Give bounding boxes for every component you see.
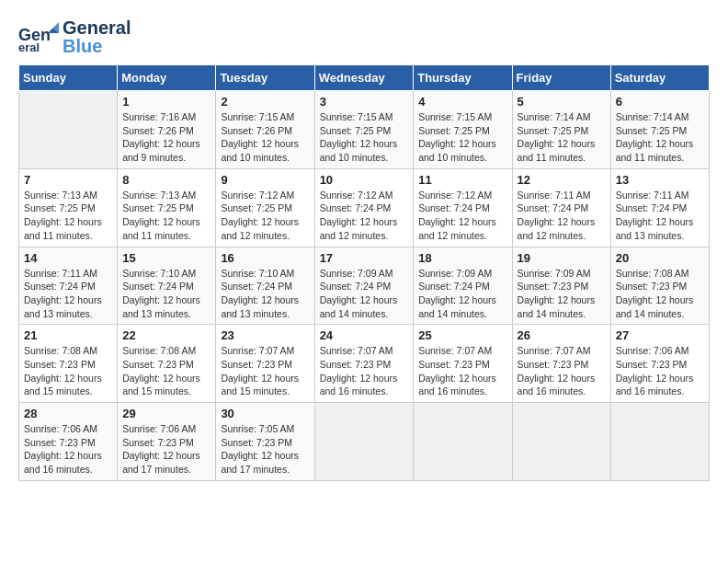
day-cell: 26 Sunrise: 7:07 AM Sunset: 7:23 PM Dayl…	[512, 325, 610, 403]
day-cell: 22 Sunrise: 7:08 AM Sunset: 7:23 PM Dayl…	[118, 325, 216, 403]
day-info: Sunrise: 7:14 AM Sunset: 7:25 PM Dayligh…	[616, 110, 704, 165]
day-cell	[19, 91, 118, 169]
header-row: SundayMondayTuesdayWednesdayThursdayFrid…	[19, 65, 710, 91]
day-info: Sunrise: 7:11 AM Sunset: 7:24 PM Dayligh…	[616, 189, 704, 243]
day-info: Sunrise: 7:07 AM Sunset: 7:23 PM Dayligh…	[221, 344, 309, 398]
day-cell: 24 Sunrise: 7:07 AM Sunset: 7:23 PM Dayl…	[314, 325, 414, 403]
day-cell: 5 Sunrise: 7:14 AM Sunset: 7:25 PM Dayli…	[512, 91, 610, 169]
day-info: Sunrise: 7:08 AM Sunset: 7:23 PM Dayligh…	[24, 344, 112, 398]
day-number: 27	[616, 328, 704, 342]
day-number: 24	[320, 328, 409, 342]
logo: Gen eral General Blue	[18, 18, 131, 55]
day-info: Sunrise: 7:12 AM Sunset: 7:25 PM Dayligh…	[221, 189, 309, 243]
header: Gen eral General Blue	[18, 18, 710, 55]
week-row-1: 1 Sunrise: 7:16 AM Sunset: 7:26 PM Dayli…	[19, 91, 710, 169]
calendar-body: 1 Sunrise: 7:16 AM Sunset: 7:26 PM Dayli…	[19, 91, 710, 481]
day-info: Sunrise: 7:11 AM Sunset: 7:24 PM Dayligh…	[24, 267, 112, 321]
day-number: 10	[320, 173, 409, 187]
day-cell	[610, 403, 709, 481]
header-day-wednesday: Wednesday	[314, 65, 414, 91]
day-number: 22	[122, 328, 210, 342]
logo-general: General	[63, 18, 131, 37]
day-number: 26	[518, 328, 606, 342]
day-number: 5	[518, 95, 606, 109]
day-number: 23	[221, 328, 309, 342]
day-info: Sunrise: 7:15 AM Sunset: 7:25 PM Dayligh…	[320, 110, 409, 165]
day-info: Sunrise: 7:12 AM Sunset: 7:24 PM Dayligh…	[418, 189, 506, 243]
day-info: Sunrise: 7:14 AM Sunset: 7:25 PM Dayligh…	[518, 110, 606, 165]
week-row-5: 28 Sunrise: 7:06 AM Sunset: 7:23 PM Dayl…	[19, 403, 710, 481]
day-cell: 19 Sunrise: 7:09 AM Sunset: 7:23 PM Dayl…	[512, 247, 610, 325]
day-number: 11	[418, 173, 506, 187]
day-info: Sunrise: 7:06 AM Sunset: 7:23 PM Dayligh…	[24, 422, 112, 477]
header-day-friday: Friday	[512, 65, 610, 91]
day-number: 2	[221, 95, 309, 109]
day-cell: 4 Sunrise: 7:15 AM Sunset: 7:25 PM Dayli…	[414, 91, 512, 169]
day-cell: 17 Sunrise: 7:09 AM Sunset: 7:24 PM Dayl…	[314, 247, 414, 325]
day-number: 8	[122, 173, 210, 187]
day-cell: 29 Sunrise: 7:06 AM Sunset: 7:23 PM Dayl…	[118, 403, 216, 481]
day-cell: 21 Sunrise: 7:08 AM Sunset: 7:23 PM Dayl…	[19, 325, 118, 403]
day-info: Sunrise: 7:11 AM Sunset: 7:24 PM Dayligh…	[518, 189, 606, 243]
day-info: Sunrise: 7:13 AM Sunset: 7:25 PM Dayligh…	[24, 189, 112, 243]
day-cell	[512, 403, 610, 481]
day-cell: 13 Sunrise: 7:11 AM Sunset: 7:24 PM Dayl…	[610, 168, 709, 247]
day-number: 3	[320, 95, 409, 109]
day-number: 20	[616, 251, 704, 265]
day-info: Sunrise: 7:15 AM Sunset: 7:26 PM Dayligh…	[221, 110, 309, 165]
calendar: SundayMondayTuesdayWednesdayThursdayFrid…	[18, 64, 710, 481]
day-number: 19	[518, 251, 606, 265]
day-cell: 1 Sunrise: 7:16 AM Sunset: 7:26 PM Dayli…	[118, 91, 216, 169]
header-day-tuesday: Tuesday	[216, 65, 314, 91]
day-number: 28	[24, 407, 112, 420]
day-number: 16	[221, 251, 309, 265]
day-info: Sunrise: 7:06 AM Sunset: 7:23 PM Dayligh…	[122, 422, 210, 477]
header-day-sunday: Sunday	[19, 65, 118, 91]
day-info: Sunrise: 7:15 AM Sunset: 7:25 PM Dayligh…	[418, 110, 506, 165]
day-cell: 12 Sunrise: 7:11 AM Sunset: 7:24 PM Dayl…	[512, 168, 610, 247]
day-info: Sunrise: 7:09 AM Sunset: 7:24 PM Dayligh…	[320, 267, 409, 321]
day-info: Sunrise: 7:16 AM Sunset: 7:26 PM Dayligh…	[122, 110, 210, 165]
day-info: Sunrise: 7:10 AM Sunset: 7:24 PM Dayligh…	[122, 267, 210, 321]
day-number: 1	[122, 95, 210, 109]
day-number: 30	[221, 407, 309, 420]
day-number: 21	[24, 328, 112, 342]
day-info: Sunrise: 7:08 AM Sunset: 7:23 PM Dayligh…	[122, 344, 210, 398]
day-cell: 3 Sunrise: 7:15 AM Sunset: 7:25 PM Dayli…	[314, 91, 414, 169]
day-info: Sunrise: 7:10 AM Sunset: 7:24 PM Dayligh…	[221, 267, 309, 321]
day-number: 7	[24, 173, 112, 187]
day-cell: 8 Sunrise: 7:13 AM Sunset: 7:25 PM Dayli…	[118, 168, 216, 247]
calendar-header: SundayMondayTuesdayWednesdayThursdayFrid…	[19, 65, 710, 91]
day-info: Sunrise: 7:09 AM Sunset: 7:24 PM Dayligh…	[418, 267, 506, 321]
week-row-4: 21 Sunrise: 7:08 AM Sunset: 7:23 PM Dayl…	[19, 325, 710, 403]
day-cell: 18 Sunrise: 7:09 AM Sunset: 7:24 PM Dayl…	[414, 247, 512, 325]
day-info: Sunrise: 7:07 AM Sunset: 7:23 PM Dayligh…	[320, 344, 409, 398]
svg-text:eral: eral	[18, 40, 40, 53]
day-cell: 11 Sunrise: 7:12 AM Sunset: 7:24 PM Dayl…	[414, 168, 512, 247]
header-day-monday: Monday	[118, 65, 216, 91]
day-number: 25	[418, 328, 506, 342]
day-number: 13	[616, 173, 704, 187]
day-cell: 9 Sunrise: 7:12 AM Sunset: 7:25 PM Dayli…	[216, 168, 314, 247]
day-number: 17	[320, 251, 409, 265]
day-cell: 20 Sunrise: 7:08 AM Sunset: 7:23 PM Dayl…	[610, 247, 709, 325]
day-number: 12	[518, 173, 606, 187]
day-cell: 14 Sunrise: 7:11 AM Sunset: 7:24 PM Dayl…	[19, 247, 118, 325]
day-cell: 25 Sunrise: 7:07 AM Sunset: 7:23 PM Dayl…	[414, 325, 512, 403]
day-info: Sunrise: 7:13 AM Sunset: 7:25 PM Dayligh…	[122, 189, 210, 243]
day-info: Sunrise: 7:07 AM Sunset: 7:23 PM Dayligh…	[518, 344, 606, 398]
day-number: 4	[418, 95, 506, 109]
day-info: Sunrise: 7:12 AM Sunset: 7:24 PM Dayligh…	[320, 189, 409, 243]
day-info: Sunrise: 7:09 AM Sunset: 7:23 PM Dayligh…	[518, 267, 606, 321]
day-cell	[314, 403, 414, 481]
day-cell: 2 Sunrise: 7:15 AM Sunset: 7:26 PM Dayli…	[216, 91, 314, 169]
week-row-2: 7 Sunrise: 7:13 AM Sunset: 7:25 PM Dayli…	[19, 168, 710, 247]
day-cell	[414, 403, 512, 481]
day-cell: 23 Sunrise: 7:07 AM Sunset: 7:23 PM Dayl…	[216, 325, 314, 403]
day-number: 29	[122, 407, 210, 420]
logo-blue: Blue	[63, 37, 131, 55]
day-cell: 10 Sunrise: 7:12 AM Sunset: 7:24 PM Dayl…	[314, 168, 414, 247]
day-cell: 15 Sunrise: 7:10 AM Sunset: 7:24 PM Dayl…	[118, 247, 216, 325]
day-number: 9	[221, 173, 309, 187]
day-number: 14	[24, 251, 112, 265]
